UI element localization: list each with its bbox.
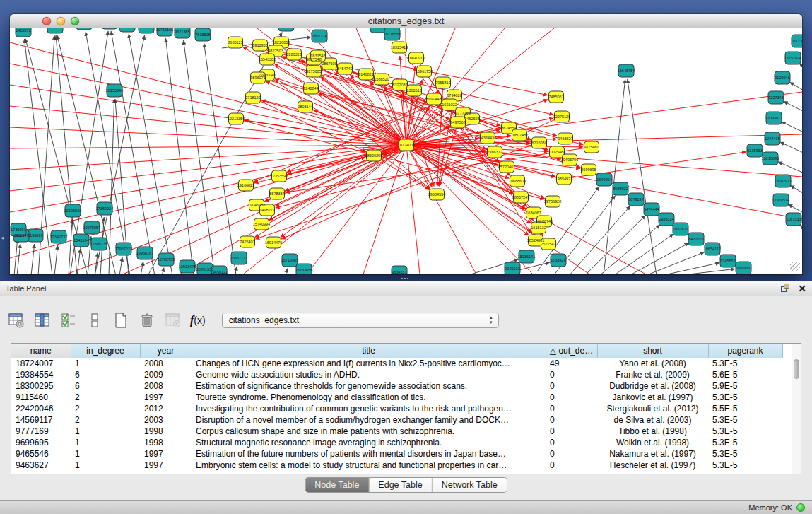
table-cell[interactable]: Tibbo et al. (1998): [597, 426, 708, 437]
table-cell[interactable]: Nakamura et al. (1997): [597, 448, 708, 460]
table-cell[interactable]: 0: [546, 437, 597, 448]
graph-edge[interactable]: [800, 225, 802, 239]
table-cell[interactable]: 2: [71, 392, 140, 403]
table-row[interactable]: 946554611997Estimation of the future num…: [11, 448, 793, 460]
delete-button[interactable]: [138, 311, 156, 329]
graph-edge[interactable]: [148, 33, 282, 274]
close-window-button[interactable]: [42, 17, 51, 25]
show-column-button[interactable]: [33, 311, 52, 329]
graph-node[interactable]: [102, 28, 117, 29]
table-cell[interactable]: Jankovic et al. (1997): [597, 392, 708, 403]
table-cell[interactable]: 2: [71, 403, 140, 414]
graph-edge[interactable]: [406, 145, 420, 274]
table-cell[interactable]: 5.3E-5: [708, 358, 782, 369]
row-height-button[interactable]: [86, 311, 104, 329]
table-cell[interactable]: 5.9E-5: [708, 380, 782, 392]
table-cell[interactable]: 2003: [140, 414, 192, 426]
graph-node[interactable]: [139, 28, 154, 33]
table-cell[interactable]: Dudbridge et al. (2008): [597, 380, 708, 392]
memory-status-indicator[interactable]: [796, 503, 805, 512]
table-cell[interactable]: 0: [546, 426, 597, 437]
table-cell[interactable]: Disruption of a novel member of a sodium…: [192, 414, 546, 426]
table-cell[interactable]: 9777169: [11, 426, 71, 437]
graph-edge[interactable]: [286, 269, 288, 274]
new-document-button[interactable]: [112, 311, 130, 329]
table-row[interactable]: 1456911722003Disruption of a novel membe…: [11, 414, 793, 426]
column-header-in-degree[interactable]: in_degree: [71, 344, 140, 358]
table-cell[interactable]: Investigating the contribution of common…: [192, 403, 546, 414]
table-cell[interactable]: Franke et al. (2009): [597, 369, 708, 380]
close-panel-icon[interactable]: ✕: [798, 284, 806, 293]
table-row[interactable]: 911546021997Tourette syndrome. Phenomeno…: [11, 392, 793, 403]
graph-edge[interactable]: [162, 268, 164, 274]
graph-edge[interactable]: [780, 142, 802, 158]
table-cell[interactable]: Estimation of the future numbers of pati…: [192, 448, 546, 460]
network-view[interactable]: 8660123891295518226058982750316543382818…: [10, 28, 802, 274]
table-row[interactable]: 2242004622012Investigating the contribut…: [11, 403, 793, 414]
resize-grip[interactable]: [790, 262, 800, 271]
graph-node[interactable]: [76, 28, 92, 30]
graph-edge[interactable]: [406, 28, 554, 145]
graph-edge[interactable]: [789, 82, 802, 98]
graph-edge[interactable]: [628, 79, 657, 274]
table-cell[interactable]: 9463627: [11, 460, 71, 471]
table-cell[interactable]: 6: [71, 380, 140, 392]
graph-edge[interactable]: [141, 262, 143, 274]
table-cell[interactable]: 0: [546, 448, 597, 460]
table-cell[interactable]: 22420046: [11, 403, 71, 414]
function-builder-button[interactable]: f(x): [190, 314, 206, 327]
table-cell[interactable]: 9465546: [11, 448, 71, 460]
graph-edge[interactable]: [782, 122, 802, 138]
table-cell[interactable]: 18300295: [11, 380, 71, 392]
graph-node[interactable]: [278, 28, 294, 31]
table-cell[interactable]: Wolkin et al. (1998): [597, 437, 708, 448]
graph-edge[interactable]: [645, 252, 705, 274]
graph-edge[interactable]: [54, 245, 58, 274]
table-cell[interactable]: Stergiakouli et al. (2012): [597, 403, 708, 414]
table-cell[interactable]: Changes of HCN gene expression and I(f) …: [192, 358, 546, 369]
table-cell[interactable]: 5.3E-5: [708, 460, 782, 471]
table-cell[interactable]: 2009: [140, 369, 192, 380]
table-cell[interactable]: 1: [71, 426, 140, 437]
table-cell[interactable]: 5.3E-5: [708, 437, 782, 448]
table-cell[interactable]: Hescheler et al. (1997): [597, 460, 708, 471]
table-cell[interactable]: 2012: [140, 403, 192, 414]
graph-edge[interactable]: [111, 31, 155, 274]
table-cell[interactable]: 2008: [140, 380, 192, 392]
graph-edge[interactable]: [10, 106, 406, 145]
table-cell[interactable]: Tourette syndrome. Phenomenology and cla…: [192, 392, 546, 403]
table-cell[interactable]: 1997: [140, 460, 192, 471]
graph-edge[interactable]: [784, 101, 802, 117]
table-cell[interactable]: 49: [546, 358, 597, 369]
graph-edge[interactable]: [165, 38, 194, 274]
graph-edge[interactable]: [204, 43, 236, 274]
tab-edge-table[interactable]: Edge Table: [369, 478, 432, 492]
column-header-out-de-[interactable]: △ out_de…: [546, 344, 597, 358]
graph-edge[interactable]: [269, 145, 406, 220]
table-cell[interactable]: 5.6E-5: [708, 369, 782, 380]
table-cell[interactable]: 0: [546, 414, 597, 426]
network-window-titlebar[interactable]: citations_edges.txt: [10, 14, 802, 28]
table-cell[interactable]: 1: [71, 437, 140, 448]
table-cell[interactable]: 9115460: [11, 392, 71, 403]
table-row[interactable]: 1938455462009Genome-wide association stu…: [11, 369, 793, 380]
table-cell[interactable]: 2: [71, 414, 140, 426]
table-cell[interactable]: 1997: [140, 448, 192, 460]
float-panel-icon[interactable]: [781, 284, 791, 293]
table-cell[interactable]: de Silva et al. (2003): [597, 414, 708, 426]
table-row[interactable]: 977716911998Corpus callosum shape and si…: [11, 426, 793, 437]
table-cell[interactable]: 14569117: [11, 414, 71, 426]
collapse-pane-arrow[interactable]: ◂: [1, 234, 4, 241]
table-cell[interactable]: Structural magnetic resonance image aver…: [192, 437, 546, 448]
table-cell[interactable]: 1: [71, 460, 140, 471]
table-cell[interactable]: 19384554: [11, 369, 71, 380]
table-selector-dropdown[interactable]: citations_edges.txt ▲▼: [222, 313, 499, 328]
column-header-year[interactable]: year: [140, 344, 192, 358]
table-row[interactable]: 969969511998Structural magnetic resonanc…: [11, 437, 793, 448]
graph-edge[interactable]: [363, 145, 406, 274]
graph-edge[interactable]: [790, 185, 802, 201]
network-window[interactable]: citations_edges.txt 86601238912955182260…: [10, 14, 802, 274]
network-canvas[interactable]: 8660123891295518226058982750316543382818…: [10, 28, 802, 274]
table-row[interactable]: 1830029562008Estimation of significance …: [11, 380, 793, 392]
table-cell[interactable]: 5.3E-5: [708, 392, 782, 403]
